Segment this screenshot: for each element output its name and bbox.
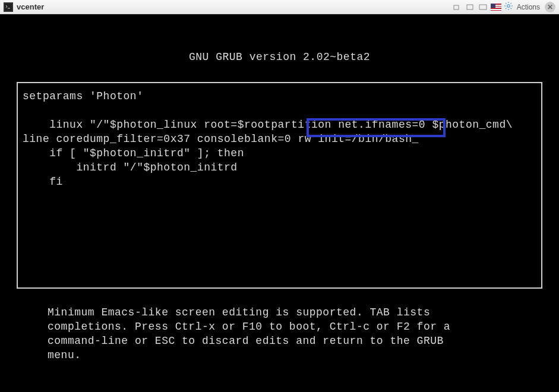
locale-flag-icon[interactable] bbox=[491, 4, 501, 11]
grub-edit-content[interactable]: setparams 'Photon' linux "/"$photon_linu… bbox=[23, 89, 536, 189]
close-icon[interactable]: ✕ bbox=[545, 2, 555, 12]
gear-icon[interactable] bbox=[504, 1, 513, 12]
svg-point-5 bbox=[507, 5, 509, 7]
grub-header: GNU GRUB version 2.02~beta2 bbox=[0, 14, 559, 82]
grub-line-6: initrd "/"$photon_initrd bbox=[23, 162, 238, 173]
text-cursor: _ bbox=[412, 132, 419, 146]
svg-rect-2 bbox=[454, 5, 459, 10]
grub-line-3: linux "/"$photon_linux root=$rootpartiti… bbox=[23, 119, 513, 131]
svg-line-12 bbox=[506, 8, 507, 10]
grub-line-4-edit: rw init=/bin/bash bbox=[298, 133, 412, 145]
window-button-1[interactable] bbox=[451, 2, 462, 12]
window-button-3[interactable] bbox=[478, 2, 488, 12]
grub-edit-box[interactable]: setparams 'Photon' linux "/"$photon_linu… bbox=[17, 82, 542, 289]
svg-line-11 bbox=[510, 8, 511, 10]
grub-line-4-pre: line coredump_filter=0x37 consoleblank=0 bbox=[23, 133, 298, 145]
grub-console: GNU GRUB version 2.02~beta2 setparams 'P… bbox=[0, 14, 559, 392]
actions-menu[interactable]: Actions bbox=[517, 3, 540, 11]
window-titlebar: vcenter Actions ✕ bbox=[0, 0, 559, 14]
grub-help-text: Minimum Emacs-like screen editing is sup… bbox=[0, 289, 559, 362]
grub-line-1: setparams 'Photon' bbox=[23, 90, 143, 102]
svg-rect-4 bbox=[479, 5, 487, 10]
grub-line-7: fi bbox=[23, 176, 63, 188]
titlebar-controls: Actions ✕ bbox=[451, 1, 555, 12]
console-icon bbox=[4, 2, 13, 12]
svg-rect-3 bbox=[467, 5, 473, 10]
window-title: vcenter bbox=[17, 2, 451, 11]
svg-line-10 bbox=[506, 3, 507, 4]
window-button-2[interactable] bbox=[465, 2, 475, 12]
svg-line-13 bbox=[510, 3, 511, 4]
svg-rect-0 bbox=[5, 4, 12, 11]
grub-help-content: Minimum Emacs-like screen editing is sup… bbox=[48, 305, 511, 362]
grub-line-5: if [ "$photon_initrd" ]; then bbox=[23, 147, 244, 159]
